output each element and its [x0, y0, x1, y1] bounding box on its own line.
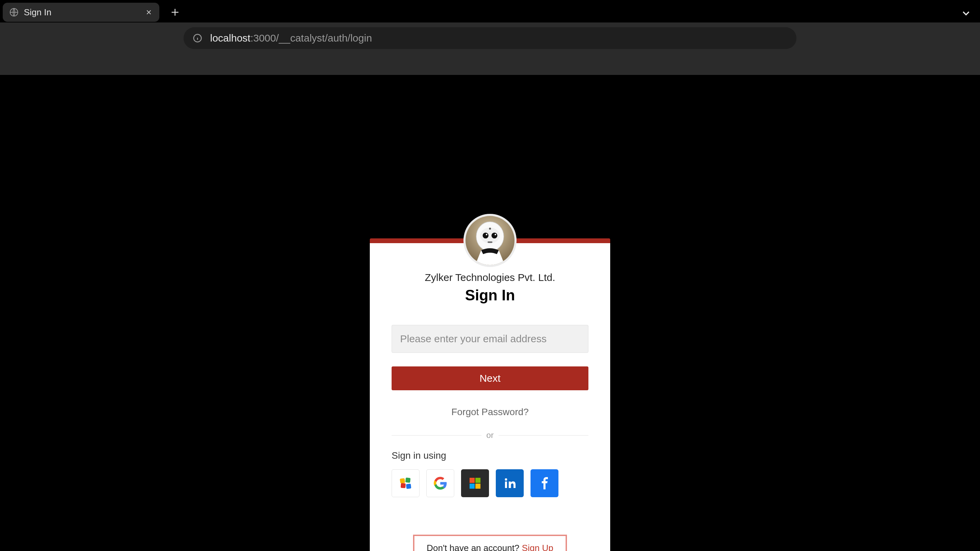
next-button[interactable]: Next	[391, 366, 589, 390]
svg-point-9	[489, 228, 491, 230]
forgot-password-link[interactable]: Forgot Password?	[391, 407, 589, 417]
svg-point-20	[505, 478, 508, 481]
address-path: :3000/__catalyst/auth/login	[250, 32, 372, 44]
social-facebook-button[interactable]	[531, 469, 558, 497]
svg-rect-16	[476, 478, 480, 483]
zoho-icon	[399, 476, 412, 490]
svg-rect-15	[469, 478, 475, 483]
avatar	[463, 214, 517, 267]
svg-rect-13	[401, 483, 406, 488]
linkedin-icon	[503, 476, 517, 490]
page-title: Sign In	[391, 287, 589, 304]
svg-rect-11	[400, 478, 405, 484]
divider-label: or	[482, 430, 498, 440]
company-name: Zylker Technologies Pvt. Ltd.	[391, 272, 589, 283]
signup-prompt: Don't have an account?	[427, 543, 522, 551]
svg-rect-19	[505, 481, 507, 488]
svg-point-5	[482, 233, 488, 238]
address-bar[interactable]: localhost:3000/__catalyst/auth/login	[183, 27, 797, 49]
login-card: Zylker Technologies Pvt. Ltd. Sign In Ne…	[370, 238, 610, 551]
social-zoho-button[interactable]	[391, 469, 420, 497]
login-card-wrap: Zylker Technologies Pvt. Ltd. Sign In Ne…	[370, 238, 610, 551]
social-google-button[interactable]	[426, 469, 454, 497]
tab-strip: Sign In	[0, 0, 980, 22]
globe-icon	[9, 7, 19, 18]
svg-rect-17	[469, 484, 475, 489]
social-linkedin-button[interactable]	[496, 469, 524, 497]
tab-title: Sign In	[24, 7, 140, 18]
signin-using-label: Sign in using	[391, 450, 589, 461]
close-icon[interactable]	[145, 8, 153, 16]
social-row	[391, 469, 589, 497]
browser-chrome: Sign In	[0, 0, 980, 75]
browser-toolbar: localhost:3000/__catalyst/auth/login	[0, 22, 980, 75]
svg-rect-10	[488, 242, 492, 243]
site-info-icon[interactable]	[192, 33, 203, 43]
google-icon	[433, 476, 447, 490]
address-host: localhost	[210, 32, 250, 44]
svg-point-8	[495, 234, 496, 235]
svg-rect-12	[405, 478, 410, 483]
svg-rect-14	[406, 484, 411, 489]
microsoft-icon	[468, 476, 482, 490]
svg-point-7	[486, 234, 488, 235]
browser-tab[interactable]: Sign In	[3, 3, 159, 22]
email-field[interactable]	[391, 325, 589, 353]
address-text: localhost:3000/__catalyst/auth/login	[210, 32, 372, 44]
new-tab-button[interactable]	[165, 3, 185, 22]
divider: or	[391, 430, 589, 440]
social-microsoft-button[interactable]	[461, 469, 489, 497]
svg-point-6	[492, 233, 497, 238]
signup-callout: Don't have an account? Sign Up	[413, 535, 567, 551]
svg-rect-18	[476, 484, 480, 489]
signup-link[interactable]: Sign Up	[522, 543, 554, 551]
facebook-icon	[538, 476, 551, 490]
chevron-down-icon[interactable]	[960, 8, 972, 21]
page-viewport: Zylker Technologies Pvt. Ltd. Sign In Ne…	[0, 75, 980, 551]
